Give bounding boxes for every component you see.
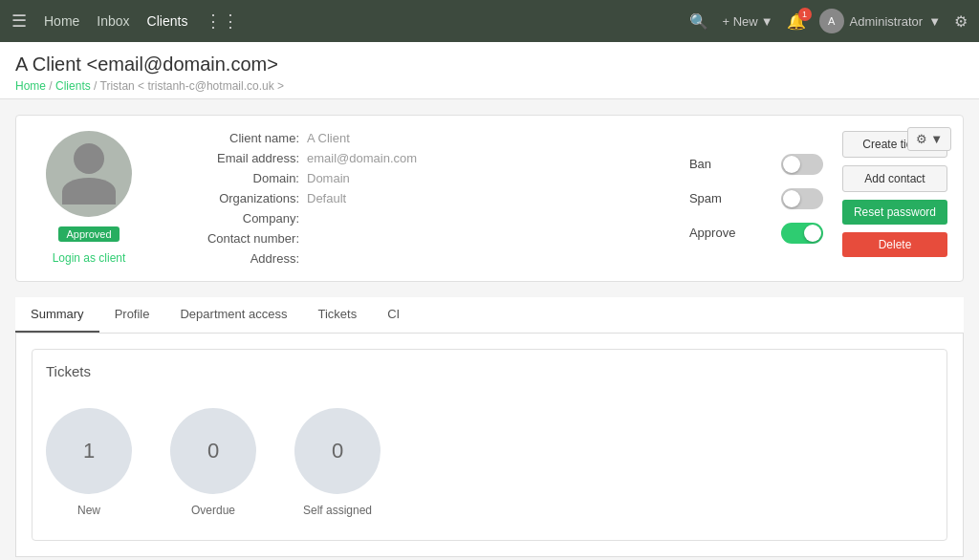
ticket-self-assigned-label: Self assigned	[303, 504, 372, 517]
settings-gear-icon: ⚙	[916, 132, 927, 146]
breadcrumb: Home / Clients / Tristan < tristanh-c@ho…	[15, 79, 964, 93]
ban-toggle-knob	[783, 156, 800, 173]
ticket-new-label: New	[77, 504, 100, 517]
address-value	[307, 251, 670, 266]
login-as-client-link[interactable]: Login as client	[53, 251, 126, 265]
ticket-new: 1 New	[46, 408, 132, 517]
new-dropdown-icon: ▼	[761, 14, 773, 29]
email-label: Email address:	[165, 151, 299, 165]
tab-tickets[interactable]: Tickets	[302, 297, 372, 333]
tab-department-access[interactable]: Department access	[164, 297, 302, 333]
nav-home[interactable]: Home	[44, 13, 79, 29]
notification-badge: 1	[798, 8, 812, 21]
main-content: ⚙ ▼ Approved Login as client Client name…	[0, 99, 979, 560]
breadcrumb-clients[interactable]: Clients	[55, 79, 91, 93]
tab-ci[interactable]: CI	[372, 297, 415, 333]
company-value	[307, 211, 670, 226]
breadcrumb-current: Tristan < tristanh-c@hotmail.co.uk >	[100, 79, 284, 93]
approve-toggle[interactable]	[781, 223, 823, 244]
tickets-box: Tickets 1 New 0 Overdue 0 Self assigned	[32, 349, 947, 541]
top-navigation: ☰ Home Inbox Clients ⋮⋮ 🔍 + New ▼ 🔔 1 A …	[0, 0, 979, 42]
client-name-label: Client name:	[165, 131, 299, 145]
client-avatar-section: Approved Login as client	[32, 131, 146, 266]
action-buttons: Create ticket Add contact Reset password…	[842, 131, 947, 266]
approve-label: Approve	[689, 226, 735, 240]
ban-label: Ban	[689, 157, 711, 171]
client-avatar	[46, 131, 132, 217]
tab-summary[interactable]: Summary	[15, 297, 99, 333]
domain-label: Domain:	[165, 171, 299, 185]
spam-label: Spam	[689, 191, 722, 205]
tickets-section-title: Tickets	[46, 363, 933, 379]
domain-value: Domain	[307, 171, 670, 185]
admin-label: Administrator	[850, 14, 924, 29]
spam-toggle-row: Spam	[689, 188, 823, 209]
card-settings-button[interactable]: ⚙ ▼	[907, 127, 952, 151]
address-label: Address:	[165, 251, 299, 266]
ticket-self-assigned-circle[interactable]: 0	[294, 408, 381, 494]
approve-toggle-knob	[804, 225, 821, 242]
tickets-circles: 1 New 0 Overdue 0 Self assigned	[46, 398, 933, 527]
page-header: A Client <email@domain.com> Home / Clien…	[0, 42, 979, 99]
nav-inbox[interactable]: Inbox	[97, 13, 129, 29]
toggles-section: Ban Spam Approve	[689, 131, 823, 266]
tab-content-summary: Tickets 1 New 0 Overdue 0 Self assigned	[15, 334, 964, 557]
tab-profile[interactable]: Profile	[99, 297, 165, 333]
new-button[interactable]: + New ▼	[722, 14, 772, 29]
notifications-bell[interactable]: 🔔 1	[787, 12, 806, 31]
admin-dropdown-icon: ▼	[928, 14, 941, 29]
client-fields: Client name: A Client Email address: ema…	[165, 131, 670, 266]
client-card: ⚙ ▼ Approved Login as client Client name…	[15, 115, 964, 282]
contact-number-value	[307, 231, 670, 246]
admin-menu[interactable]: A Administrator ▼	[819, 9, 941, 33]
avatar: A	[819, 9, 844, 33]
settings-dropdown-icon: ▼	[930, 132, 943, 146]
client-name-value: A Client	[307, 131, 670, 145]
organizations-label: Organizations:	[165, 191, 299, 205]
nav-clients[interactable]: Clients	[147, 13, 188, 29]
company-label: Company:	[165, 211, 299, 226]
ticket-new-circle[interactable]: 1	[46, 408, 132, 494]
card-settings: ⚙ ▼	[907, 127, 952, 151]
approve-toggle-row: Approve	[689, 223, 823, 244]
approved-badge: Approved	[58, 226, 119, 242]
ticket-self-assigned: 0 Self assigned	[294, 408, 381, 517]
ban-toggle[interactable]	[781, 154, 823, 175]
page-title: A Client <email@domain.com>	[15, 54, 278, 75]
organizations-value: Default	[307, 191, 670, 205]
add-contact-button[interactable]: Add contact	[842, 165, 947, 192]
delete-button[interactable]: Delete	[842, 232, 947, 257]
tabs-bar: Summary Profile Department access Ticket…	[15, 297, 964, 334]
ticket-overdue: 0 Overdue	[170, 408, 256, 517]
spam-toggle-knob	[783, 190, 800, 207]
email-value: email@domain.com	[307, 151, 670, 165]
gear-icon[interactable]: ⚙	[954, 12, 968, 31]
ban-toggle-row: Ban	[689, 154, 823, 175]
spam-toggle[interactable]	[781, 188, 823, 209]
ticket-overdue-label: Overdue	[191, 504, 235, 517]
hamburger-menu-icon[interactable]: ☰	[11, 11, 27, 32]
reset-password-button[interactable]: Reset password	[842, 200, 947, 225]
search-icon[interactable]: 🔍	[689, 12, 708, 31]
ticket-overdue-circle[interactable]: 0	[170, 408, 256, 494]
contact-number-label: Contact number:	[165, 231, 299, 246]
breadcrumb-home[interactable]: Home	[15, 79, 46, 93]
apps-grid-icon[interactable]: ⋮⋮	[205, 11, 239, 32]
